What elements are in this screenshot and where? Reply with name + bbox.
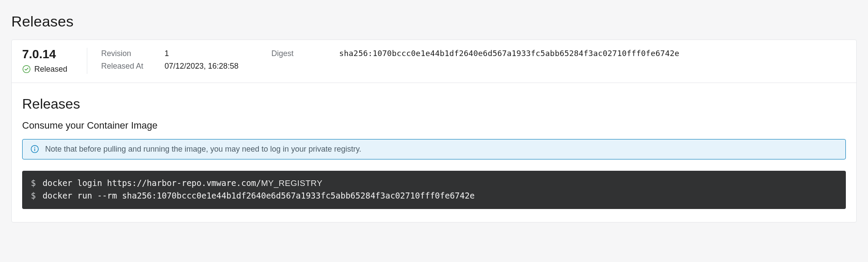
info-alert-text: Note that before pulling and running the…	[45, 145, 361, 154]
released-at-value: 07/12/2023, 16:28:58	[165, 62, 264, 71]
release-version: 7.0.14	[22, 48, 76, 61]
released-at-label: Released At	[101, 62, 158, 71]
code-line-2: docker run --rm sha256:1070bccc0e1e44b1d…	[43, 191, 475, 200]
svg-point-0	[23, 66, 30, 73]
revision-value: 1	[165, 49, 264, 58]
check-circle-icon	[22, 65, 31, 73]
prompt-icon: $	[31, 178, 36, 188]
prompt-icon: $	[31, 191, 36, 200]
digest-value: sha256:1070bccc0e1e44b1df2640e6d567a1933…	[339, 49, 680, 58]
revision-label: Revision	[101, 49, 158, 58]
release-status-label: Released	[34, 65, 67, 74]
code-placeholder: MY_REGISTRY	[261, 179, 322, 188]
section-subtitle: Consume your Container Image	[22, 120, 846, 131]
release-header[interactable]: 7.0.14 Released Revision 1 Digest sha256…	[12, 40, 856, 83]
release-card: 7.0.14 Released Revision 1 Digest sha256…	[11, 40, 857, 222]
section-title: Releases	[22, 96, 846, 112]
info-alert: Note that before pulling and running the…	[22, 139, 846, 159]
page-title: Releases	[11, 13, 857, 30]
info-icon	[30, 145, 39, 153]
code-line-1: docker login https://harbor-repo.vmware.…	[43, 178, 261, 188]
code-block[interactable]: $ docker login https://harbor-repo.vmwar…	[22, 171, 846, 209]
digest-label: Digest	[271, 49, 332, 58]
svg-point-3	[34, 147, 35, 148]
release-status: Released	[22, 65, 76, 74]
